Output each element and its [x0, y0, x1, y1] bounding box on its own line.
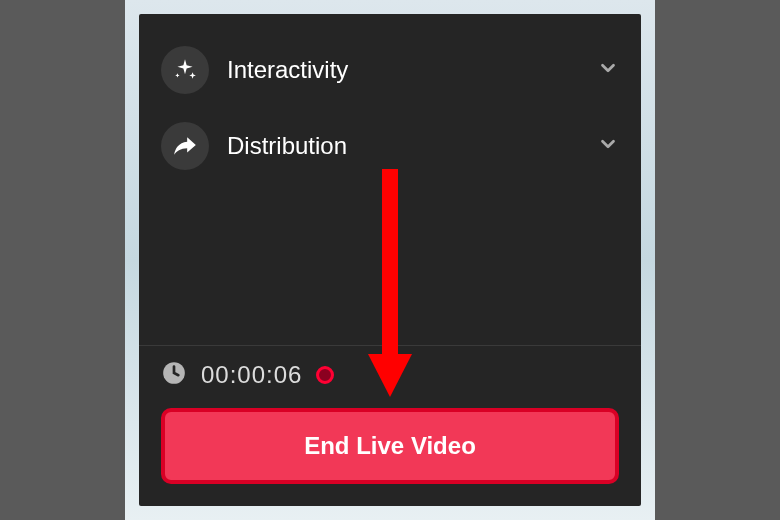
menu-item-distribution[interactable]: Distribution	[161, 108, 619, 184]
live-video-panel: Interactivity Distribution	[139, 14, 641, 506]
menu-section: Interactivity Distribution	[139, 14, 641, 184]
end-button-label: End Live Video	[304, 432, 476, 459]
spacer	[139, 184, 641, 345]
screenshot-frame: Interactivity Distribution	[125, 0, 655, 520]
timer-value: 00:00:06	[201, 361, 302, 389]
sparkle-icon	[161, 46, 209, 94]
chevron-down-icon	[597, 57, 619, 83]
clock-icon	[161, 360, 187, 390]
share-arrow-icon	[161, 122, 209, 170]
timer-row: 00:00:06	[139, 346, 641, 404]
end-live-video-button[interactable]: End Live Video	[161, 408, 619, 484]
chevron-down-icon	[597, 133, 619, 159]
menu-item-interactivity[interactable]: Interactivity	[161, 32, 619, 108]
record-indicator-icon	[316, 366, 334, 384]
menu-label: Interactivity	[227, 56, 579, 84]
menu-label: Distribution	[227, 132, 579, 160]
